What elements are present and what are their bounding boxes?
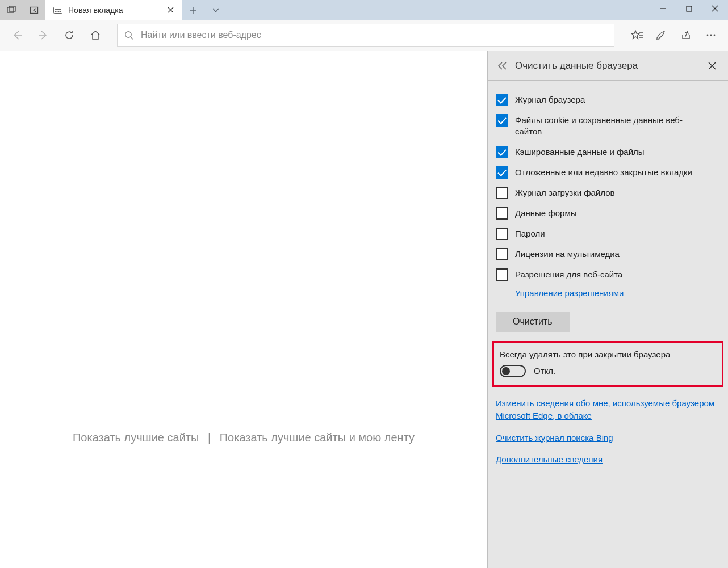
checkbox[interactable] — [496, 268, 508, 281]
svg-rect-7 — [60, 11, 61, 12]
svg-point-13 — [714, 35, 716, 36]
panel-back-button[interactable] — [495, 58, 511, 74]
chevron-double-left-icon — [497, 62, 508, 70]
checkbox-label: Файлы cookie и сохраненные данные веб-са… — [515, 114, 708, 138]
plus-icon — [189, 6, 197, 14]
always-clear-toggle[interactable] — [500, 365, 526, 377]
checkbox[interactable] — [496, 94, 508, 106]
checkbox-label: Данные формы — [515, 207, 576, 219]
show-top-sites-and-feed-link[interactable]: Показать лучшие сайты и мою ленту — [220, 431, 415, 444]
checkbox[interactable] — [496, 248, 508, 260]
tab-close-button[interactable] — [165, 5, 176, 16]
clear-bing-history-link[interactable]: Очистить журнал поиска Bing — [496, 432, 720, 445]
chevron-down-icon — [212, 6, 220, 14]
more-info-link[interactable]: Дополнительные сведения — [496, 453, 720, 466]
show-top-sites-link[interactable]: Показать лучшие сайты — [73, 431, 199, 444]
minimize-icon — [659, 5, 666, 12]
close-icon — [708, 62, 716, 70]
titlebar: Новая вкладка — [0, 0, 728, 20]
share-icon — [680, 30, 692, 41]
arrow-left-icon — [11, 30, 23, 41]
window-close-button[interactable] — [702, 0, 728, 17]
checkbox-label: Пароли — [515, 228, 545, 239]
svg-point-10 — [125, 31, 131, 37]
newtab-favicon — [53, 6, 62, 15]
refresh-icon — [64, 30, 75, 41]
clear-data-option[interactable]: Журнал браузера — [496, 90, 720, 110]
clear-data-option[interactable]: Лицензии на мультимедиа — [496, 244, 720, 264]
clear-data-option[interactable]: Журнал загрузки файлов — [496, 183, 720, 203]
checkbox[interactable] — [496, 114, 508, 127]
clear-data-option[interactable]: Данные формы — [496, 203, 720, 224]
new-tab-button[interactable] — [182, 0, 204, 20]
checkbox-label: Лицензии на мультимедиа — [515, 248, 620, 260]
address-bar[interactable] — [117, 24, 614, 47]
more-button[interactable] — [698, 23, 723, 48]
svg-rect-6 — [58, 11, 60, 12]
svg-rect-4 — [55, 11, 56, 12]
always-clear-highlight: Всегда удалять это при закрытии браузера… — [492, 341, 723, 387]
clear-button[interactable]: Очистить — [496, 312, 570, 332]
checkbox[interactable] — [496, 166, 508, 179]
checkbox-label: Журнал загрузки файлов — [515, 187, 615, 199]
pen-icon — [655, 30, 667, 41]
close-icon — [712, 5, 718, 12]
svg-rect-3 — [54, 7, 62, 13]
tabs-overview-icon — [7, 6, 16, 15]
share-button[interactable] — [673, 23, 698, 48]
lines-icon — [639, 32, 643, 39]
browser-tab[interactable]: Новая вкладка — [45, 0, 182, 20]
clear-data-option[interactable]: Кэшированные данные и файлы — [496, 142, 720, 162]
svg-point-12 — [710, 35, 712, 36]
cloud-info-link[interactable]: Изменить сведения обо мне, используемые … — [496, 397, 720, 423]
always-clear-title: Всегда удалять это при закрытии браузера — [500, 350, 716, 359]
checkbox[interactable] — [496, 146, 508, 158]
nav-home-button[interactable] — [83, 23, 108, 48]
toggle-state-label: Откл. — [534, 366, 555, 376]
checkbox[interactable] — [496, 207, 508, 220]
checkbox-label: Журнал браузера — [515, 94, 585, 106]
clear-data-option[interactable]: Разрешения для веб-сайта — [496, 264, 720, 285]
nav-forward-button[interactable] — [31, 23, 56, 48]
manage-permissions-link[interactable]: Управление разрешениями — [515, 288, 720, 298]
window-minimize-button[interactable] — [650, 0, 676, 17]
tab-preview-button[interactable] — [0, 0, 23, 20]
panel-header: Очистить данные браузера — [488, 51, 728, 81]
set-aside-icon — [30, 6, 39, 15]
tab-actions-button[interactable] — [204, 0, 227, 20]
panel-close-button[interactable] — [703, 57, 721, 75]
toggle-knob — [502, 367, 510, 375]
clear-browsing-data-panel: Очистить данные браузера Журнал браузера… — [487, 51, 728, 568]
favorites-button[interactable] — [624, 23, 648, 48]
checkbox[interactable] — [496, 187, 508, 199]
svg-rect-8 — [55, 9, 61, 10]
window-controls — [650, 0, 728, 17]
tab-title: Новая вкладка — [68, 6, 159, 15]
arrow-right-icon — [37, 30, 49, 41]
divider: | — [208, 431, 211, 444]
nav-back-button[interactable] — [5, 23, 30, 48]
address-input[interactable] — [141, 30, 607, 40]
search-icon — [124, 31, 134, 40]
svg-rect-9 — [687, 6, 692, 11]
svg-rect-5 — [57, 11, 58, 12]
new-tab-page: Показать лучшие сайты | Показать лучшие … — [0, 51, 487, 568]
svg-point-11 — [707, 35, 709, 36]
maximize-icon — [686, 6, 692, 12]
browser-toolbar — [0, 20, 728, 51]
more-horizontal-icon — [705, 30, 717, 41]
checkbox-label: Кэшированные данные и файлы — [515, 146, 645, 158]
checkbox[interactable] — [496, 228, 508, 240]
clear-data-option[interactable]: Файлы cookie и сохраненные данные веб-са… — [496, 110, 720, 142]
home-icon — [90, 30, 101, 41]
reading-list-button[interactable] — [648, 23, 673, 48]
checkbox-label: Разрешения для веб-сайта — [515, 268, 622, 280]
window-maximize-button[interactable] — [676, 0, 702, 17]
nav-refresh-button[interactable] — [57, 23, 82, 48]
panel-title: Очистить данные браузера — [515, 60, 698, 71]
close-icon — [168, 7, 174, 13]
set-aside-tabs-button[interactable] — [23, 0, 45, 20]
checkbox-label: Отложенные или недавно закрытые вкладки — [515, 166, 692, 178]
clear-data-option[interactable]: Пароли — [496, 224, 720, 244]
clear-data-option[interactable]: Отложенные или недавно закрытые вкладки — [496, 162, 720, 183]
